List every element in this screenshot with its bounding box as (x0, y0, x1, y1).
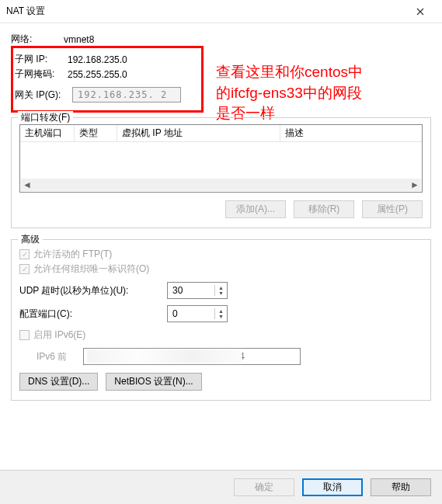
config-port-input[interactable] (168, 306, 214, 322)
allow-oui-row: ✓ 允许任何组织唯一标识符(O) (19, 262, 423, 276)
ipv6-prefix-label: IPv6 前 (37, 350, 83, 363)
advanced-group: 高级 ✓ 允许活动的 FTP(T) ✓ 允许任何组织唯一标识符(O) UDP 超… (11, 239, 431, 401)
config-port-spinner[interactable]: ▲▼ (214, 308, 227, 319)
port-forward-table[interactable]: 主机端口 类型 虚拟机 IP 地址 描述 ◄ ► (19, 124, 423, 193)
col-type[interactable]: 类型 (75, 125, 117, 141)
titlebar: NAT 设置 (0, 0, 442, 23)
subnet-ip-value: 192.168.235.0 (64, 54, 127, 65)
network-label: 网络: (11, 33, 61, 46)
ipv6-prefix-field: 4 (83, 348, 301, 365)
ok-button: 确定 (234, 478, 294, 496)
allow-ftp-label: 允许活动的 FTP(T) (33, 248, 112, 261)
network-value: vmnet8 (61, 34, 94, 45)
window-title: NAT 设置 (6, 5, 405, 18)
allow-ftp-row: ✓ 允许活动的 FTP(T) (19, 248, 423, 261)
scroll-right-icon[interactable]: ► (409, 179, 421, 190)
col-host-port[interactable]: 主机端口 (20, 125, 75, 141)
netbios-settings-button[interactable]: NetBIOS 设置(N)... (106, 373, 201, 391)
spinner-up-icon[interactable]: ▲ (215, 285, 227, 290)
col-desc[interactable]: 描述 (280, 125, 422, 141)
allow-oui-checkbox: ✓ (19, 264, 30, 274)
annotation-text: 查看这里和你centos中 的ifcfg-ens33中的网段 是否一样 (216, 62, 433, 124)
port-forward-group: 端口转发(F) 主机端口 类型 虚拟机 IP 地址 描述 ◄ ► 添加(A)..… (11, 117, 431, 228)
advanced-legend: 高级 (18, 233, 43, 246)
highlight-box: 子网 IP: 192.168.235.0 子网掩码: 255.255.255.0… (11, 46, 204, 113)
udp-timeout-label: UDP 超时(以秒为单位)(U): (19, 284, 167, 297)
udp-timeout-field[interactable]: ▲▼ (167, 282, 228, 299)
enable-ipv6-checkbox (19, 330, 30, 340)
gateway-ip-field[interactable]: 192.168.235. 2 (72, 87, 181, 103)
config-port-field[interactable]: ▲▼ (167, 305, 228, 322)
spinner-up-icon[interactable]: ▲ (215, 308, 227, 314)
enable-ipv6-row: 启用 IPv6(E) (19, 328, 423, 342)
dialog-footer: 确定 取消 帮助 (0, 470, 442, 504)
dns-settings-button[interactable]: DNS 设置(D)... (19, 373, 98, 391)
help-button[interactable]: 帮助 (371, 478, 431, 496)
allow-ftp-checkbox: ✓ (19, 249, 30, 259)
close-icon (416, 8, 424, 16)
spinner-down-icon[interactable]: ▼ (215, 314, 227, 319)
add-button[interactable]: 添加(A)... (225, 200, 286, 218)
gateway-label: 网关 IP(G): (15, 89, 72, 102)
config-port-label: 配置端口(C): (19, 308, 167, 321)
subnet-ip-label: 子网 IP: (15, 53, 64, 66)
udp-timeout-spinner[interactable]: ▲▼ (214, 285, 227, 296)
subnet-mask-label: 子网掩码: (15, 68, 64, 81)
close-button[interactable] (405, 1, 436, 23)
subnet-mask-value: 255.255.255.0 (64, 69, 127, 80)
spinner-down-icon[interactable]: ▼ (215, 290, 227, 296)
cancel-button[interactable]: 取消 (302, 478, 363, 496)
scroll-left-icon[interactable]: ◄ (21, 179, 33, 190)
udp-timeout-input[interactable] (168, 283, 214, 298)
table-scrollbar[interactable]: ◄ ► (21, 179, 421, 191)
port-forward-legend: 端口转发(F) (18, 111, 73, 124)
blurred-region (87, 349, 242, 363)
allow-oui-label: 允许任何组织唯一标识符(O) (33, 262, 149, 276)
remove-button: 移除(R) (294, 200, 354, 218)
table-header: 主机端口 类型 虚拟机 IP 地址 描述 (20, 125, 422, 142)
properties-button: 属性(P) (362, 200, 423, 218)
network-row: 网络: vmnet8 (11, 33, 431, 46)
col-vm-ip[interactable]: 虚拟机 IP 地址 (117, 125, 280, 141)
enable-ipv6-label: 启用 IPv6(E) (33, 328, 85, 342)
